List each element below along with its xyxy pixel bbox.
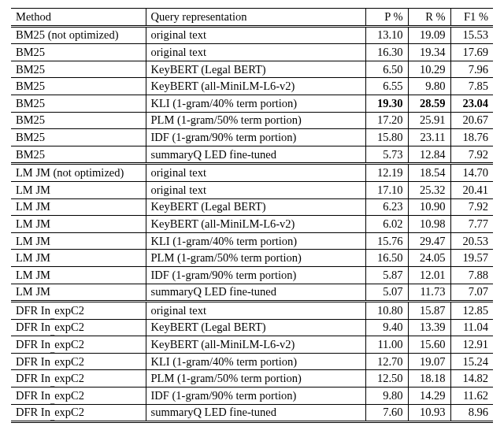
cell-f1: 11.62	[450, 388, 493, 405]
cell-recall: 14.29	[408, 388, 450, 405]
table-row: LM JMsummaryQ LED fine-tuned5.0711.737.0…	[11, 284, 493, 302]
cell-recall: 24.05	[408, 250, 450, 267]
table-row: LM JMKLI (1-gram/40% term portion)15.762…	[11, 232, 493, 250]
cell-f1: 19.57	[450, 250, 493, 267]
table-row: LM JMIDF (1-gram/90% term portion)5.8712…	[11, 266, 493, 284]
table-row: BM25KeyBERT (Legal BERT)6.5010.297.96	[11, 61, 493, 78]
cell-precision: 7.60	[365, 404, 408, 422]
table-row: BM25PLM (1-gram/50% term portion)17.2025…	[11, 112, 493, 129]
cell-precision: 5.07	[365, 284, 408, 302]
cell-method: BM25 (not optimized)	[11, 26, 146, 44]
cell-query-representation: original text	[146, 26, 365, 44]
cell-recall: 23.11	[408, 129, 450, 146]
table-row: DFR In_expC2IDF (1-gram/90% term portion…	[11, 388, 493, 405]
cell-recall: 13.39	[408, 319, 450, 336]
cell-query-representation: KeyBERT (all-MiniLM-L6-v2)	[146, 78, 365, 95]
cell-method: DFR In_expC2	[11, 336, 146, 354]
table-row: BM25IDF (1-gram/90% term portion)15.8023…	[11, 129, 493, 146]
table-row: BM25summaryQ LED fine-tuned5.7312.847.92	[11, 146, 493, 164]
cell-recall: 10.29	[408, 61, 450, 78]
cell-precision: 6.23	[365, 198, 408, 216]
cell-query-representation: PLM (1-gram/50% term portion)	[146, 112, 365, 129]
cell-precision: 13.10	[365, 26, 408, 44]
cell-f1: 12.91	[450, 336, 493, 354]
col-recall: R %	[408, 9, 450, 27]
cell-query-representation: KeyBERT (Legal BERT)	[146, 61, 365, 78]
col-precision: P %	[365, 9, 408, 27]
cell-method: DFR In_expC2	[11, 404, 146, 422]
cell-precision: 5.73	[365, 146, 408, 164]
cell-precision: 16.50	[365, 250, 408, 267]
cell-f1: 20.41	[450, 181, 493, 198]
table-row: LM JMPLM (1-gram/50% term portion)16.502…	[11, 250, 493, 267]
cell-recall: 19.09	[408, 26, 450, 44]
cell-query-representation: KeyBERT (all-MiniLM-L6-v2)	[146, 336, 365, 354]
cell-precision: 12.50	[365, 370, 408, 388]
cell-precision: 6.02	[365, 216, 408, 233]
cell-method: LM JM	[11, 284, 146, 302]
cell-f1: 8.96	[450, 404, 493, 422]
cell-method: LM JM	[11, 250, 146, 267]
cell-method: BM25	[11, 44, 146, 61]
cell-query-representation: summaryQ LED fine-tuned	[146, 146, 365, 164]
cell-recall: 10.93	[408, 404, 450, 422]
cell-f1: 7.92	[450, 198, 493, 216]
table-row: DFR In_expC2KeyBERT (Legal BERT)9.4013.3…	[11, 319, 493, 336]
cell-recall: 10.90	[408, 198, 450, 216]
cell-f1: 20.53	[450, 232, 493, 250]
cell-recall: 29.47	[408, 232, 450, 250]
cell-recall: 12.01	[408, 266, 450, 284]
cell-recall: 18.18	[408, 370, 450, 388]
cell-recall: 28.59	[408, 95, 450, 112]
cell-method: DFR In_expC2	[11, 302, 146, 320]
cell-precision: 16.30	[365, 44, 408, 61]
cell-query-representation: IDF (1-gram/90% term portion)	[146, 266, 365, 284]
cell-query-representation: original text	[146, 302, 365, 320]
cell-query-representation: original text	[146, 164, 365, 182]
cell-recall: 15.60	[408, 336, 450, 354]
cell-precision: 19.30	[365, 95, 408, 112]
cell-recall: 19.07	[408, 353, 450, 370]
cell-query-representation: KeyBERT (all-MiniLM-L6-v2)	[146, 216, 365, 233]
table-row: DFR In_expC2PLM (1-gram/50% term portion…	[11, 370, 493, 388]
cell-precision: 5.87	[365, 266, 408, 284]
cell-query-representation: original text	[146, 44, 365, 61]
cell-precision: 12.70	[365, 353, 408, 370]
cell-query-representation: KeyBERT (Legal BERT)	[146, 319, 365, 336]
cell-method: DFR In_expC2	[11, 319, 146, 336]
cell-method: DFR In_expC2	[11, 388, 146, 405]
cell-recall: 18.54	[408, 164, 450, 182]
cell-recall: 11.73	[408, 284, 450, 302]
cell-f1: 14.82	[450, 370, 493, 388]
cell-query-representation: original text	[146, 181, 365, 198]
cell-method: BM25	[11, 61, 146, 78]
cell-query-representation: summaryQ LED fine-tuned	[146, 284, 365, 302]
table-row: LM JMoriginal text17.1025.3220.41	[11, 181, 493, 198]
cell-precision: 6.55	[365, 78, 408, 95]
cell-recall: 12.84	[408, 146, 450, 164]
table-row: LM JM (not optimized)original text12.191…	[11, 164, 493, 182]
cell-query-representation: summaryQ LED fine-tuned	[146, 404, 365, 422]
cell-precision: 6.50	[365, 61, 408, 78]
cell-f1: 7.77	[450, 216, 493, 233]
cell-method: DFR In_expC2	[11, 353, 146, 370]
table-row: DFR In_expC2summaryQ LED fine-tuned7.601…	[11, 404, 493, 422]
cell-f1: 7.92	[450, 146, 493, 164]
cell-f1: 7.85	[450, 78, 493, 95]
cell-method: BM25	[11, 129, 146, 146]
table-row: BM25 (not optimized)original text13.1019…	[11, 26, 493, 44]
cell-query-representation: IDF (1-gram/90% term portion)	[146, 129, 365, 146]
cell-f1: 15.53	[450, 26, 493, 44]
cell-method: BM25	[11, 146, 146, 164]
cell-f1: 7.88	[450, 266, 493, 284]
cell-f1: 11.04	[450, 319, 493, 336]
cell-f1: 12.85	[450, 302, 493, 320]
cell-f1: 7.07	[450, 284, 493, 302]
cell-recall: 15.87	[408, 302, 450, 320]
cell-precision: 17.10	[365, 181, 408, 198]
cell-recall: 25.32	[408, 181, 450, 198]
cell-f1: 23.04	[450, 95, 493, 112]
cell-method: LM JM	[11, 198, 146, 216]
cell-precision: 9.40	[365, 319, 408, 336]
cell-precision: 15.76	[365, 232, 408, 250]
